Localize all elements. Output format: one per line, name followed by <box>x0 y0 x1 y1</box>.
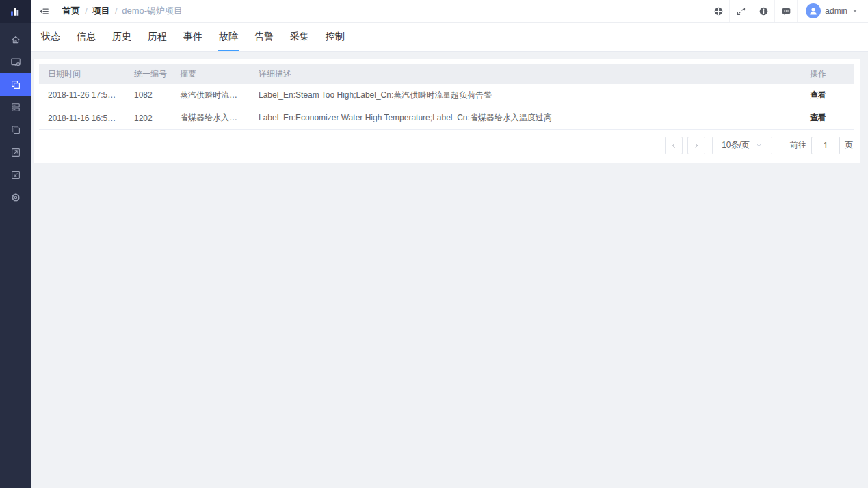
topbar-actions: admin <box>707 0 868 22</box>
cell-action: 查看 <box>801 84 854 107</box>
sidebar-item-home[interactable] <box>0 28 31 51</box>
column-header: 详细描述 <box>250 64 801 84</box>
cell-description: Label_En:Economizer Water High Temperatu… <box>250 107 801 129</box>
tab-5[interactable]: 故障 <box>218 23 239 51</box>
bar-chart-logo-icon <box>9 5 22 18</box>
view-button[interactable]: 查看 <box>810 113 826 122</box>
prev-page-button[interactable] <box>665 137 683 154</box>
fullscreen-icon <box>736 6 746 16</box>
user-menu[interactable]: admin <box>797 0 868 22</box>
cell-datetime: 2018-11-16 16:56:36 <box>39 107 125 129</box>
tab-6[interactable]: 告警 <box>253 23 275 51</box>
chevron-right-icon <box>692 141 700 150</box>
goto-page: 前往 页 <box>790 137 853 154</box>
table-row: 2018-11-16 16:56:361202省煤器给水入温度过高Label_E… <box>39 107 854 129</box>
fault-table-card: 日期时间统一编号摘要详细描述操作 2018-11-26 17:58:431082… <box>34 59 860 163</box>
tab-2[interactable]: 历史 <box>111 23 133 51</box>
pagination: 10条/页 前往 页 <box>39 130 854 159</box>
breadcrumb-home[interactable]: 首页 <box>62 5 80 17</box>
username: admin <box>825 6 847 16</box>
fault-table: 日期时间统一编号摘要详细描述操作 2018-11-26 17:58:431082… <box>39 64 854 130</box>
message-icon <box>781 6 791 16</box>
sidebar-item-square-arrow-down[interactable] <box>0 163 31 186</box>
column-header: 统一编号 <box>125 64 171 84</box>
sidebar-item-server-list[interactable] <box>0 96 31 118</box>
column-header: 摘要 <box>171 64 250 84</box>
cell-summary: 省煤器给水入温度过高 <box>171 107 250 129</box>
page-unit-label: 页 <box>845 139 853 151</box>
message-button[interactable] <box>774 0 797 22</box>
tab-7[interactable]: 采集 <box>289 23 311 51</box>
tab-0[interactable]: 状态 <box>40 23 62 51</box>
info-button[interactable] <box>752 0 774 22</box>
server-list-icon <box>10 102 21 113</box>
home-icon <box>10 34 21 45</box>
cell-code: 1082 <box>125 84 171 107</box>
main-area: 首页 / 项目 / demo-锅炉项目 admin 状态信息历史历程事件故障告警… <box>31 0 868 488</box>
settings-gear-icon <box>10 192 21 203</box>
app-logo[interactable] <box>0 0 31 23</box>
sidebar-item-copy-stack[interactable] <box>0 118 31 141</box>
square-arrow-up-icon <box>10 147 21 158</box>
table-row: 2018-11-26 17:58:431082蒸汽供瞬时流量超负荷...Labe… <box>39 84 854 107</box>
tab-8[interactable]: 控制 <box>324 23 346 51</box>
language-globe-icon <box>713 6 724 16</box>
sidebar <box>0 0 31 488</box>
app-root: 首页 / 项目 / demo-锅炉项目 admin 状态信息历史历程事件故障告警… <box>0 0 868 488</box>
avatar <box>806 3 821 18</box>
overlapping-squares-icon <box>10 79 21 90</box>
copy-stack-icon <box>10 124 21 135</box>
column-header: 操作 <box>801 64 854 84</box>
caret-down-icon <box>852 8 858 14</box>
collapse-menu-icon <box>39 6 49 16</box>
person-icon <box>808 5 819 16</box>
goto-page-input[interactable] <box>811 137 840 154</box>
next-page-button[interactable] <box>687 137 705 154</box>
cell-description: Label_En:Steam Too High;Label_Cn:蒸汽供瞬时流量… <box>250 84 801 107</box>
breadcrumb: 首页 / 项目 / demo-锅炉项目 <box>62 5 183 17</box>
breadcrumb-project[interactable]: 项目 <box>92 5 110 17</box>
tab-3[interactable]: 历程 <box>146 23 168 51</box>
monitor-settings-icon <box>10 57 21 68</box>
info-icon <box>759 6 769 16</box>
sidebar-item-square-arrow-up[interactable] <box>0 141 31 163</box>
content-area: 日期时间统一编号摘要详细描述操作 2018-11-26 17:58:431082… <box>31 52 868 488</box>
page-size-select[interactable]: 10条/页 <box>712 137 772 154</box>
cell-action: 查看 <box>801 107 854 129</box>
sidebar-item-monitor-settings[interactable] <box>0 51 31 73</box>
cell-summary: 蒸汽供瞬时流量超负荷... <box>171 84 250 107</box>
breadcrumb-separator: / <box>85 6 88 16</box>
tab-bar: 状态信息历史历程事件故障告警采集控制 <box>31 23 868 52</box>
view-button[interactable]: 查看 <box>810 90 826 100</box>
chevron-left-icon <box>670 141 678 150</box>
cell-datetime: 2018-11-26 17:58:43 <box>39 84 125 107</box>
breadcrumb-separator: / <box>115 6 118 16</box>
cell-code: 1202 <box>125 107 171 129</box>
sidebar-collapse-button[interactable] <box>31 0 57 22</box>
sidebar-item-overlapping-squares[interactable] <box>0 73 31 96</box>
topbar: 首页 / 项目 / demo-锅炉项目 admin <box>31 0 868 23</box>
tab-1[interactable]: 信息 <box>75 23 97 51</box>
language-globe-button[interactable] <box>707 0 729 22</box>
tab-4[interactable]: 事件 <box>182 23 204 51</box>
breadcrumb-current: demo-锅炉项目 <box>122 5 183 17</box>
column-header: 日期时间 <box>39 64 125 84</box>
sidebar-item-settings-gear[interactable] <box>0 186 31 208</box>
sidebar-menu <box>0 23 31 208</box>
goto-label: 前往 <box>790 139 806 151</box>
chevron-down-icon <box>755 141 763 149</box>
fullscreen-button[interactable] <box>729 0 752 22</box>
square-arrow-down-icon <box>10 170 21 180</box>
page-size-value: 10条/页 <box>722 139 750 151</box>
table-header-row: 日期时间统一编号摘要详细描述操作 <box>39 64 854 84</box>
